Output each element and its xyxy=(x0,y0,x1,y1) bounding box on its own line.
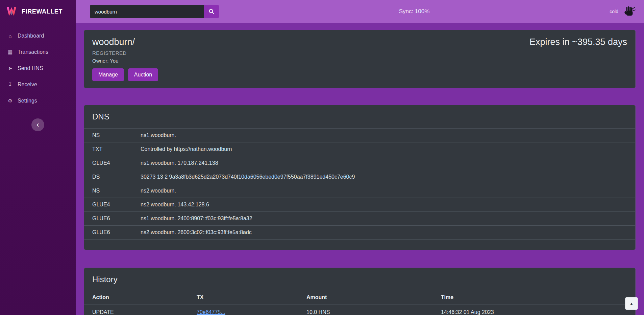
chevron-left-icon: ‹ xyxy=(36,120,39,129)
sidebar-item-label: Dashboard xyxy=(18,33,44,39)
manage-button[interactable]: Manage xyxy=(92,68,124,81)
dns-record-type: NS xyxy=(84,129,132,142)
dns-record-row: NS ns1.woodburn. xyxy=(84,129,635,142)
history-title: History xyxy=(84,275,635,284)
dns-record-value: ns2.woodburn. 2600:3c02::f03c:93ff:fe5a:… xyxy=(132,226,635,240)
wallet-indicator[interactable]: cold xyxy=(610,5,636,18)
dns-record-value: ns1.woodburn. 2400:8907::f03c:93ff:fe5a:… xyxy=(132,212,635,226)
dns-record-row: DS 30273 13 2 9a3a8fb3d625d2a2073d740f10… xyxy=(84,170,635,184)
search-group xyxy=(90,5,219,18)
caret-up-icon: ▲ xyxy=(629,301,634,306)
scroll-to-top-button[interactable]: ▲ xyxy=(625,297,638,310)
brand-title: FIREWALLET xyxy=(22,8,63,15)
topbar: Sync: 100% cold xyxy=(76,0,644,23)
dns-title: DNS xyxy=(84,112,635,121)
gear-icon: ⚙ xyxy=(7,98,14,104)
transactions-icon: ▦ xyxy=(7,49,14,55)
send-icon: ➤ xyxy=(7,65,14,71)
dns-table: NS ns1.woodburn. TXT Controlled by https… xyxy=(84,128,635,240)
sidebar-item-receive[interactable]: ↧ Receive xyxy=(0,76,76,93)
dns-record-type: GLUE6 xyxy=(84,226,132,240)
history-action: UPDATE xyxy=(84,305,189,315)
dns-record-row: NS ns2.woodburn. xyxy=(84,184,635,198)
dns-record-type: DS xyxy=(84,170,132,184)
history-header-row: Action TX Amount Time xyxy=(84,291,635,305)
history-time: 14:46:32 01 Aug 2023 xyxy=(433,305,635,315)
dns-record-type: TXT xyxy=(84,142,132,156)
domain-owner: Owner: You xyxy=(92,58,627,64)
dns-record-row: GLUE4 ns1.woodburn. 170.187.241.138 xyxy=(84,156,635,170)
firewallet-logo-icon xyxy=(5,6,18,17)
dns-record-type: GLUE4 xyxy=(84,156,132,170)
sidebar-item-label: Send HNS xyxy=(18,65,43,71)
receive-icon: ↧ xyxy=(7,82,14,88)
auction-button[interactable]: Auction xyxy=(128,68,158,81)
dns-record-row: TXT Controlled by https://nathan.woodbur… xyxy=(84,142,635,156)
dns-record-type: GLUE6 xyxy=(84,212,132,226)
sidebar-item-send-hns[interactable]: ➤ Send HNS xyxy=(0,60,76,76)
domain-expiry: Expires in ~395.35 days xyxy=(529,37,627,47)
history-amount: 10.0 HNS xyxy=(298,305,433,315)
sidebar-item-dashboard[interactable]: ⌂ Dashboard xyxy=(0,28,76,44)
domain-card: woodburn/ Expires in ~395.35 days REGIST… xyxy=(84,30,636,88)
dns-record-value: ns2.woodburn. 143.42.128.6 xyxy=(132,198,635,212)
sidebar-collapse-button[interactable]: ‹ xyxy=(31,118,44,131)
history-table: Action TX Amount Time UPDATE 70e64775...… xyxy=(84,291,635,315)
history-header-time: Time xyxy=(433,291,635,305)
dashboard-icon: ⌂ xyxy=(7,33,14,39)
dns-record-row: GLUE6 ns2.woodburn. 2600:3c02::f03c:93ff… xyxy=(84,226,635,240)
main-content: woodburn/ Expires in ~395.35 days REGIST… xyxy=(76,23,644,315)
dns-record-row: GLUE6 ns1.woodburn. 2400:8907::f03c:93ff… xyxy=(84,212,635,226)
sidebar-item-settings[interactable]: ⚙ Settings xyxy=(0,93,76,109)
dns-record-value: ns2.woodburn. xyxy=(132,184,635,198)
sidebar-item-label: Settings xyxy=(18,98,37,104)
sync-status: Sync: 100% xyxy=(399,8,430,15)
sidebar: FIREWALLET ⌂ Dashboard ▦ Transactions ➤ … xyxy=(0,0,76,315)
dns-record-value: ns1.woodburn. 170.187.241.138 xyxy=(132,156,635,170)
dns-record-value: ns1.woodburn. xyxy=(132,129,635,142)
history-row: UPDATE 70e64775... 10.0 HNS 14:46:32 01 … xyxy=(84,305,635,315)
search-button[interactable] xyxy=(204,5,219,18)
domain-status: REGISTERED xyxy=(92,50,627,56)
dns-record-row: GLUE4 ns2.woodburn. 143.42.128.6 xyxy=(84,198,635,212)
domain-name: woodburn/ xyxy=(92,37,135,47)
brand: FIREWALLET xyxy=(0,0,76,23)
history-header-amount: Amount xyxy=(298,291,433,305)
tx-link[interactable]: 70e64775... xyxy=(197,309,225,315)
hand-flame-icon xyxy=(622,5,636,18)
dns-record-value: Controlled by https://nathan.woodburn xyxy=(132,142,635,156)
wallet-name: cold xyxy=(610,9,618,14)
history-card: History Action TX Amount Time UPDATE 70e… xyxy=(84,268,636,315)
search-icon xyxy=(208,8,215,15)
sidebar-nav: ⌂ Dashboard ▦ Transactions ➤ Send HNS ↧ … xyxy=(0,23,76,109)
search-input[interactable] xyxy=(90,5,204,18)
dns-card: DNS NS ns1.woodburn. TXT Controlled by h… xyxy=(84,105,636,250)
dns-record-type: GLUE4 xyxy=(84,198,132,212)
dns-record-type: NS xyxy=(84,184,132,198)
dns-record-value: 30273 13 2 9a3a8fb3d625d2a2073d740f10da6… xyxy=(132,170,635,184)
sidebar-item-transactions[interactable]: ▦ Transactions xyxy=(0,44,76,60)
sidebar-item-label: Transactions xyxy=(18,49,48,55)
history-header-tx: TX xyxy=(189,291,298,305)
history-header-action: Action xyxy=(84,291,189,305)
sidebar-item-label: Receive xyxy=(18,82,37,88)
